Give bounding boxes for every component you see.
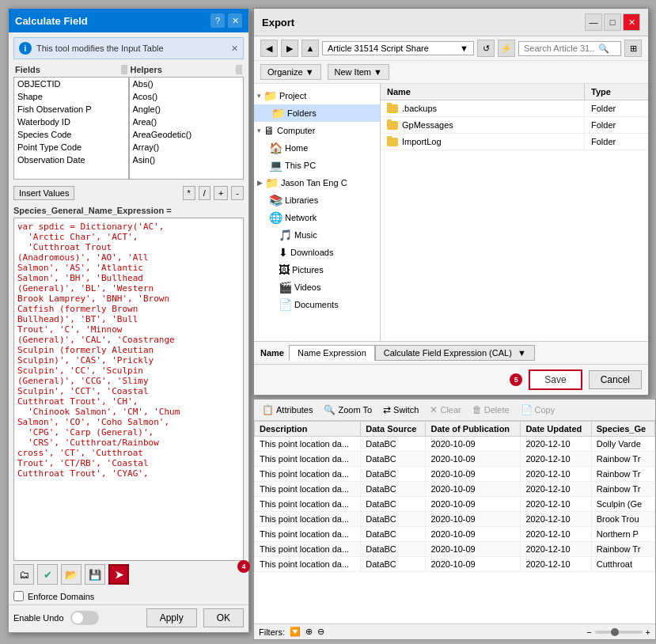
attr-btn-zoomto[interactable]: 🔍 Zoom To [320, 403, 375, 417]
save-icon-btn[interactable]: 💾 [85, 564, 105, 585]
list-item[interactable]: Observation Date [14, 153, 128, 166]
layer-icon-btn[interactable]: 🗂 [13, 564, 34, 585]
tree-item-project[interactable]: ▾ 📁 Project [254, 87, 380, 104]
list-item[interactable]: Angle() [130, 103, 244, 116]
list-item[interactable]: OBJECTID [14, 78, 128, 90]
table-row[interactable]: This point location da... DataBC 2020-10… [255, 542, 655, 557]
list-item[interactable]: Array() [130, 141, 244, 153]
col-pubdate[interactable]: Date of Publication [426, 422, 521, 437]
table-row[interactable]: This point location da... DataBC 2020-10… [255, 437, 655, 452]
table-row[interactable]: This point location da... DataBC 2020-10… [255, 452, 655, 467]
op-divide-btn[interactable]: / [199, 186, 210, 200]
tab-name-expression[interactable]: Name Expression [289, 345, 375, 361]
op-subtract-btn[interactable]: - [231, 186, 244, 200]
table-row[interactable]: This point location da... DataBC 2020-10… [255, 527, 655, 542]
list-item[interactable]: Waterbody ID [14, 116, 128, 128]
export-minimize-btn[interactable]: — [585, 13, 602, 31]
calc-title-bar: Calculate Field ? ✕ [9, 9, 248, 32]
attr-btn-clear[interactable]: ✕ Clear [427, 403, 464, 417]
tree-item-jason[interactable]: ▶ 📁 Jason Tan Eng C [254, 174, 380, 191]
calc-help-btn[interactable]: ? [210, 13, 225, 28]
apply-button[interactable]: Apply [146, 608, 197, 627]
run-icon-btn[interactable]: ➤ [108, 564, 129, 585]
tab-calculate-field-expression[interactable]: Calculate Field Expression (CAL) ▼ [375, 345, 535, 361]
attr-btn-switch[interactable]: ⇄ Switch [380, 403, 422, 417]
calc-close-btn[interactable]: ✕ [228, 13, 242, 28]
info-icon: i [19, 42, 32, 55]
connection-btn[interactable]: ⚡ [498, 40, 515, 57]
attr-table-content[interactable]: Description Data Source Date of Publicat… [254, 421, 655, 623]
col-upddate[interactable]: Date Updated [521, 422, 591, 437]
helpers-list[interactable]: Abs() Acos() Angle() Area() AreaGeodetic… [129, 77, 245, 180]
toggle-knob [72, 612, 83, 623]
folders-icon: 📁 [271, 107, 285, 119]
tree-item-libraries[interactable]: 📚 Libraries [254, 191, 380, 209]
grid-view-btn[interactable]: ⊞ [624, 40, 642, 57]
table-row[interactable]: This point location da... DataBC 2020-10… [255, 467, 655, 482]
attr-btn-delete[interactable]: 🗑 Delete [469, 403, 513, 417]
list-item[interactable]: Species Code [14, 128, 128, 141]
list-item[interactable]: Acos() [130, 90, 244, 103]
op-add-btn[interactable]: + [214, 186, 228, 200]
fields-list[interactable]: OBJECTID Shape Fish Observation P Waterb… [13, 77, 129, 180]
videos-icon: 🎬 [279, 281, 292, 294]
export-maximize-btn[interactable]: □ [604, 13, 621, 31]
file-row[interactable]: ImportLog Folder [381, 134, 648, 150]
tree-item-network[interactable]: 🌐 Network [254, 209, 380, 226]
list-item[interactable]: Point Type Code [14, 141, 128, 153]
open-icon-btn[interactable]: 📂 [61, 564, 82, 585]
file-row[interactable]: GpMessages Folder [381, 117, 648, 134]
list-item[interactable]: Area() [130, 116, 244, 128]
tree-item-home[interactable]: 🏠 Home [254, 139, 380, 157]
verify-icon-btn[interactable]: ✔ [37, 564, 58, 585]
tree-item-documents[interactable]: 📄 Documents [254, 296, 380, 313]
table-row[interactable]: This point location da... DataBC 2020-10… [255, 497, 655, 512]
attr-btn-attributes[interactable]: 📋 Attributes [259, 403, 316, 417]
tree-item-computer[interactable]: ▾ 🖥 Computer [254, 122, 380, 139]
search-input[interactable] [524, 44, 595, 53]
ok-button[interactable]: OK [203, 608, 244, 627]
tree-item-music[interactable]: 🎵 Music [254, 226, 380, 244]
nav-back-btn[interactable]: ◀ [260, 40, 278, 57]
table-row[interactable]: This point location da... DataBC 2020-10… [255, 557, 655, 572]
col-datasource[interactable]: Data Source [361, 422, 426, 437]
slider-track[interactable] [595, 631, 643, 634]
table-row[interactable]: This point location da... DataBC 2020-10… [255, 482, 655, 497]
export-close-btn[interactable]: ✕ [623, 13, 640, 31]
nav-forward-btn[interactable]: ▶ [281, 40, 298, 57]
list-item[interactable]: Shape [14, 90, 128, 103]
insert-values-btn[interactable]: Insert Values [13, 186, 74, 200]
refresh-btn[interactable]: ↺ [477, 40, 495, 57]
tree-item-thispc[interactable]: 💻 This PC [254, 157, 380, 174]
fields-resize-handle[interactable] [121, 65, 127, 74]
list-item[interactable]: Asin() [130, 153, 244, 166]
cancel-button[interactable]: Cancel [589, 370, 642, 389]
organize-btn[interactable]: Organize ▼ [260, 64, 321, 80]
file-row[interactable]: .backups Folder [381, 100, 648, 117]
list-item[interactable]: AreaGeodetic() [130, 128, 244, 141]
info-close-btn[interactable]: ✕ [231, 44, 238, 54]
enable-undo-toggle[interactable] [70, 611, 99, 625]
tree-item-folders[interactable]: 📁 Folders [254, 104, 380, 122]
attr-btn-copy[interactable]: 📄 Copy [518, 403, 559, 417]
enforce-domains-checkbox[interactable] [13, 591, 24, 601]
list-item[interactable]: Fish Observation P [14, 103, 128, 116]
col-description[interactable]: Description [255, 422, 361, 437]
list-item[interactable]: Abs() [130, 78, 244, 90]
save-button[interactable]: Save [529, 369, 582, 390]
zoom-slider[interactable]: − + [586, 627, 650, 637]
tree-item-pictures[interactable]: 🖼 Pictures [254, 261, 380, 278]
action-row: Organize ▼ New Item ▼ [254, 61, 648, 84]
tree-item-downloads[interactable]: ⬇ Downloads [254, 244, 380, 261]
helpers-resize-handle[interactable] [236, 65, 242, 74]
nav-up-btn[interactable]: ▲ [301, 40, 319, 57]
tree-item-videos[interactable]: 🎬 Videos [254, 278, 380, 296]
new-item-btn[interactable]: New Item ▼ [328, 64, 389, 80]
col-species[interactable]: Species_Ge [591, 422, 654, 437]
cell-description: This point location da... [255, 452, 361, 467]
path-dropdown[interactable]: Article 31514 Script Share ▼ [322, 41, 474, 55]
op-multiply-btn[interactable]: * [183, 186, 195, 200]
music-icon: 🎵 [279, 229, 292, 241]
expr-area[interactable]: var spdic = Dictionary('AC', 'Arctic Cha… [13, 218, 244, 561]
table-row[interactable]: This point location da... DataBC 2020-10… [255, 512, 655, 527]
